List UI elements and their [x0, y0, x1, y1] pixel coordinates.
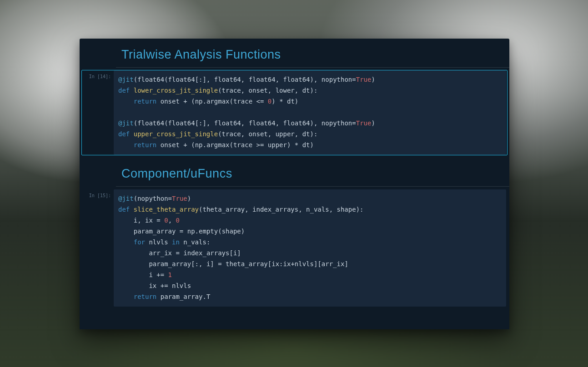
code-cell-14[interactable]: In [14]: @jit(float64(float64[:], float6… [81, 70, 508, 155]
section-heading: Component/uFuncs [121, 167, 504, 181]
heading-rule [116, 67, 509, 68]
notebook-window: Trialwise Analysis Functions In [14]: @j… [80, 39, 509, 329]
code-editor[interactable]: @jit(nopython=True) def slice_theta_arra… [114, 189, 506, 307]
code-editor[interactable]: @jit(float64(float64[:], float64, float6… [114, 70, 506, 155]
heading-rule [116, 186, 509, 187]
input-prompt: In [15]: [80, 189, 114, 307]
markdown-cell-heading-2[interactable]: Component/uFuncs [116, 158, 509, 186]
notebook-container[interactable]: Trialwise Analysis Functions In [14]: @j… [80, 39, 509, 329]
input-prompt: In [14]: [82, 70, 114, 155]
code-cell-15[interactable]: In [15]: @jit(nopython=True) def slice_t… [80, 189, 509, 307]
markdown-cell-heading-1[interactable]: Trialwise Analysis Functions [116, 39, 509, 67]
section-heading: Trialwise Analysis Functions [121, 48, 504, 62]
